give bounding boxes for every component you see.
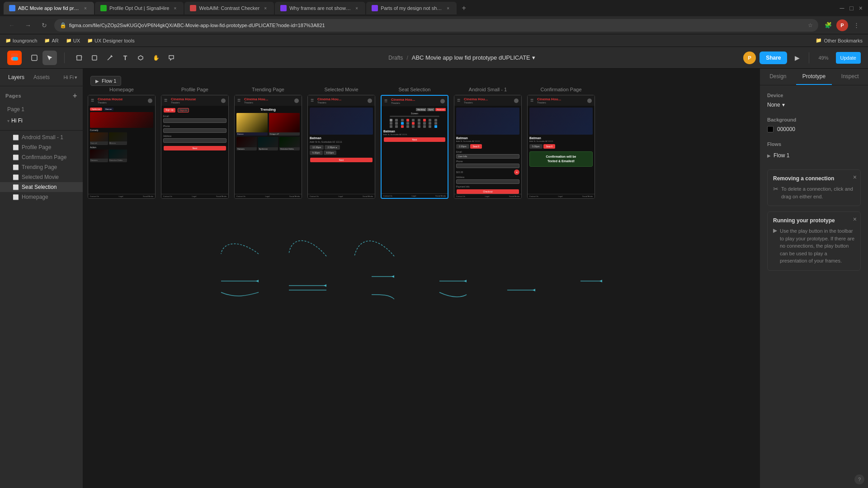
tab-design[interactable]: Design <box>760 69 796 85</box>
layer-selected-movie[interactable]: ⬜ Selected Movie <box>0 172 83 182</box>
figma-logo[interactable] <box>7 51 22 65</box>
update-button[interactable]: Update <box>836 52 861 64</box>
frame-selected-movie[interactable]: ☰ Cinema Hou... Theaters Batman Addr St … <box>307 95 375 199</box>
frame-trending[interactable]: ☰ Cinema Hou... Theaters Trending <box>234 95 302 199</box>
tab-3-label: WebAIM: Contrast Checker <box>199 5 259 11</box>
flow-1-item[interactable]: ▶ Flow 1 <box>767 150 861 160</box>
frame-seat-selection[interactable]: ☰ Cinema Hou... Theaters Handicap <box>381 95 448 199</box>
play-prototype-btn[interactable]: ▶ <box>791 52 803 64</box>
back-button[interactable]: ← <box>5 19 18 32</box>
color-swatch[interactable] <box>767 126 774 132</box>
other-bookmarks[interactable]: 📁 Other Bookmarks <box>816 38 863 43</box>
user-avatar[interactable]: P <box>743 52 756 64</box>
bookmark-icon[interactable]: ☆ <box>808 22 813 28</box>
tab-3[interactable]: WebAIM: Contrast Checker × <box>184 2 274 14</box>
running-prototype-close[interactable]: × <box>853 216 857 223</box>
tab-4-close[interactable]: × <box>354 5 360 11</box>
add-page-btn[interactable]: + <box>73 92 77 100</box>
canvas-area[interactable]: ▶ Flow 1 <box>83 69 760 488</box>
pen-tool[interactable] <box>103 51 117 65</box>
extensions-btn[interactable]: 🧩 <box>822 19 835 32</box>
avatar-icon <box>148 99 152 103</box>
shape-tool[interactable] <box>87 51 102 65</box>
window-minimize[interactable]: ─ <box>838 3 846 14</box>
right-panel: Device None ▾ Background 000000 Flows ▶ <box>760 85 868 278</box>
other-bookmarks-icon: 📁 <box>816 38 822 43</box>
bookmark-folder-icon-3: 📁 <box>66 38 71 43</box>
layer-seat-selection[interactable]: ⬜ Seat Selection <box>0 182 83 192</box>
tab-2-close[interactable]: × <box>172 5 178 11</box>
browser-chrome: ABC Movie app low fid proto... × Profile… <box>0 0 868 47</box>
right-sidebar: Design Prototype Inspect Device None ▾ B… <box>760 69 868 488</box>
tab-1-label: ABC Movie app low fid proto... <box>18 5 80 11</box>
frame-selected-movie-label: Selected Movie <box>324 87 358 92</box>
select-tool[interactable] <box>42 51 57 65</box>
layer-trending-page[interactable]: ⬜ Trending Page <box>0 162 83 172</box>
tab-2-label: Profile Opt Out | SignalHire <box>109 5 169 11</box>
bookmark-folder-icon: 📁 <box>5 38 11 43</box>
running-prototype-desc: Use the play button in the toolbar to pl… <box>780 227 855 265</box>
lock-icon: 🔒 <box>60 22 66 28</box>
hand-tool[interactable]: ✋ <box>149 51 163 65</box>
remove-connection-close[interactable]: × <box>853 174 857 181</box>
main-component-btn[interactable] <box>27 51 42 65</box>
page-item-hifi[interactable]: ▾ Hi Fi <box>2 115 81 126</box>
forward-button[interactable]: → <box>22 19 34 32</box>
resource-tool[interactable] <box>133 51 148 65</box>
layer-profile-page[interactable]: ⬜ Profile Page <box>0 142 83 152</box>
hi-fi-toggle[interactable]: Hi Fi ▾ <box>63 75 77 80</box>
background-value[interactable]: 000000 <box>767 126 861 132</box>
tab-4-favicon <box>280 5 287 11</box>
tab-inspect[interactable]: Inspect <box>832 69 868 85</box>
tab-5-close[interactable]: × <box>445 5 451 11</box>
frame-tool[interactable] <box>72 51 86 65</box>
device-select[interactable]: None ▾ <box>767 102 861 108</box>
new-tab-button[interactable]: + <box>458 2 470 14</box>
tab-5[interactable]: Parts of my design not showin... × <box>366 2 457 14</box>
right-sidebar-tabs: Design Prototype Inspect <box>760 69 868 85</box>
url-bar[interactable]: 🔒 figma.com/file/CyZOp2SwKUGQoVP6N4gkQX/… <box>54 19 818 32</box>
tab-prototype[interactable]: Prototype <box>796 69 832 85</box>
share-button[interactable]: Share <box>760 52 787 64</box>
comment-tool[interactable] <box>164 51 179 65</box>
svg-marker-10 <box>533 289 535 291</box>
play-icon: ▶ <box>773 227 777 234</box>
tab-4[interactable]: Why frames are not shown in ... × <box>275 2 365 14</box>
zoom-level[interactable]: 49% <box>815 53 832 62</box>
tab-1-close[interactable]: × <box>82 5 89 11</box>
help-button[interactable]: ? <box>854 474 864 484</box>
window-close[interactable]: × <box>857 3 864 14</box>
frame-android-small[interactable]: ☰ Cinema Hou... Theaters Batman Addr St,… <box>454 95 522 199</box>
scissors-icon: ✂ <box>773 185 778 192</box>
layer-android-small[interactable]: ⬜ Android Small - 1 <box>0 132 83 142</box>
left-sidebar: Layers Assets Hi Fi ▾ Pages + Page 1 ▾ H… <box>0 69 83 488</box>
flow-badge[interactable]: ▶ Flow 1 <box>90 76 121 86</box>
frame-confirmation[interactable]: ☰ Cinema Hou... Theaters Batman Addr St,… <box>527 95 595 199</box>
tab-assets[interactable]: Assets <box>31 72 52 82</box>
tab-layers[interactable]: Layers <box>5 72 27 82</box>
frame-trending-wrapper: Trending Page ☰ Cinema Hou... Theaters <box>234 87 302 199</box>
layer-homepage[interactable]: ⬜ Homepage <box>0 192 83 202</box>
bookmark-ux[interactable]: 📁 UX <box>66 38 80 43</box>
project-name-btn[interactable]: ABC Movie app low fid prototype dUPLICAT… <box>412 54 535 61</box>
tab-3-close[interactable]: × <box>262 5 269 11</box>
refresh-button[interactable]: ↻ <box>38 19 51 32</box>
layer-confirmation-page[interactable]: ⬜ Confirmation Page <box>0 152 83 162</box>
remove-connection-desc: To delete a connection, click and drag o… <box>781 185 855 200</box>
tab-5-favicon <box>372 5 378 11</box>
page-item-page1[interactable]: Page 1 <box>2 104 81 115</box>
browser-menu-btn[interactable]: ⋮ <box>850 19 863 32</box>
layers-section: ⬜ Android Small - 1 ⬜ Profile Page ⬜ Con… <box>0 131 83 488</box>
window-maximize[interactable]: □ <box>848 3 855 14</box>
tab-1[interactable]: ABC Movie app low fid proto... × <box>4 2 94 14</box>
breadcrumb-drafts[interactable]: Drafts <box>388 55 403 61</box>
profile-btn[interactable]: P <box>836 19 848 31</box>
text-tool[interactable]: T <box>118 51 132 65</box>
bookmark-ux-designer-tools[interactable]: 📁 UX Designer tools <box>87 38 135 43</box>
frame-profile[interactable]: ☰ Cinema House Theaters Sign Up Sign In <box>161 95 229 199</box>
svg-marker-8 <box>392 275 394 278</box>
frame-homepage[interactable]: ☰ Cinema House Theaters Spiderman Batman <box>88 95 156 199</box>
tab-2[interactable]: Profile Opt Out | SignalHire × <box>95 2 184 14</box>
bookmark-ar[interactable]: 📁 AR <box>44 38 58 43</box>
bookmark-loungronch[interactable]: 📁 loungronch <box>5 38 37 43</box>
